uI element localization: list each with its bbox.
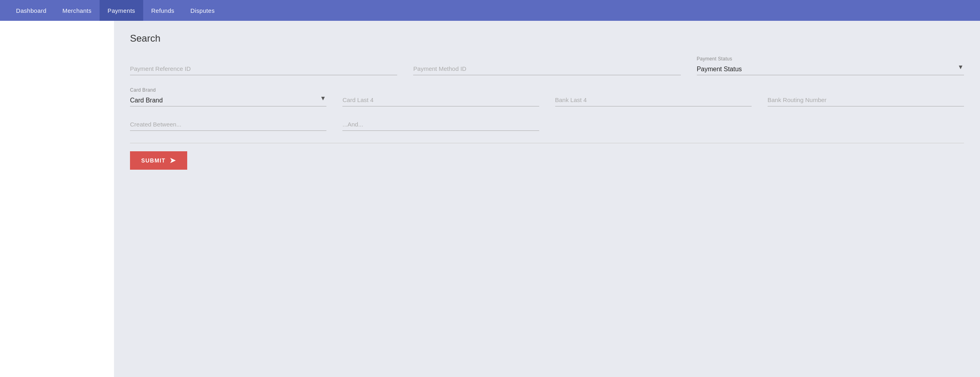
payment-status-group: Payment Status Payment Status Pending Co… xyxy=(697,56,964,75)
nav-merchants[interactable]: Merchants xyxy=(54,0,100,21)
nav-dashboard[interactable]: Dashboard xyxy=(8,0,54,21)
main-content: Search Payment Status Payment Status Pen… xyxy=(0,21,980,377)
payment-status-label: Payment Status xyxy=(697,56,964,62)
submit-arrow-icon: ➤ xyxy=(170,156,176,165)
created-and-group xyxy=(342,118,539,131)
created-between-input[interactable] xyxy=(130,118,326,131)
left-panel xyxy=(0,21,114,377)
bank-last4-group xyxy=(555,94,752,106)
payment-status-select[interactable]: Payment Status Pending Completed Failed … xyxy=(697,63,964,75)
page-title: Search xyxy=(130,33,964,44)
created-and-input[interactable] xyxy=(342,118,539,131)
card-last4-input[interactable] xyxy=(342,94,539,106)
payment-method-id-group xyxy=(413,63,680,75)
created-between-group xyxy=(130,118,326,131)
card-brand-group: Card Brand Card Brand Visa MasterCard Am… xyxy=(130,87,326,106)
form-row-2: Card Brand Card Brand Visa MasterCard Am… xyxy=(130,87,964,106)
submit-label: SUBMIT xyxy=(141,157,166,164)
nav-refunds[interactable]: Refunds xyxy=(143,0,182,21)
navbar: Dashboard Merchants Payments Refunds Dis… xyxy=(0,0,980,21)
payment-reference-id-input[interactable] xyxy=(130,63,397,75)
bank-routing-group xyxy=(768,94,964,106)
form-row-3 xyxy=(130,118,964,131)
nav-payments[interactable]: Payments xyxy=(100,0,143,21)
bank-last4-input[interactable] xyxy=(555,94,752,106)
form-row-1: Payment Status Payment Status Pending Co… xyxy=(130,56,964,75)
payment-reference-id-group xyxy=(130,63,397,75)
card-brand-select-wrapper: Card Brand Visa MasterCard American Expr… xyxy=(130,94,326,106)
payment-method-id-input[interactable] xyxy=(413,63,680,75)
submit-button[interactable]: SUBMIT ➤ xyxy=(130,151,187,170)
card-brand-select[interactable]: Card Brand Visa MasterCard American Expr… xyxy=(130,94,326,106)
nav-disputes[interactable]: Disputes xyxy=(182,0,223,21)
submit-section: SUBMIT ➤ xyxy=(130,143,964,170)
card-brand-label: Card Brand xyxy=(130,87,326,93)
payment-status-select-wrapper: Payment Status Pending Completed Failed … xyxy=(697,63,964,75)
search-panel: Search Payment Status Payment Status Pen… xyxy=(114,21,980,377)
card-last4-group xyxy=(342,94,539,106)
bank-routing-input[interactable] xyxy=(768,94,964,106)
